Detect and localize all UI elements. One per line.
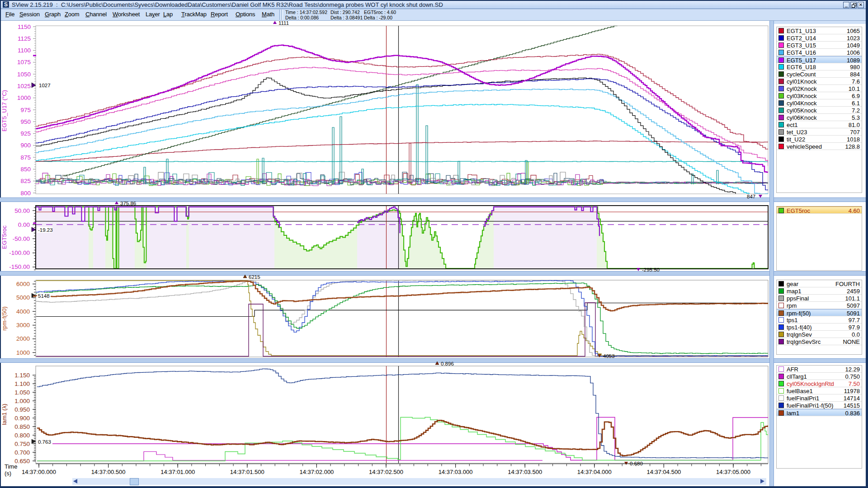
svg-text:4053: 4053: [603, 353, 615, 359]
svg-text:0.763: 0.763: [38, 439, 51, 445]
svg-text:Time: Time: [5, 463, 17, 470]
svg-text:825: 825: [20, 178, 31, 184]
svg-text:875: 875: [20, 154, 31, 161]
svg-text:14:37:00.000: 14:37:00.000: [22, 469, 56, 475]
svg-text:4000: 4000: [16, 308, 30, 315]
svg-text:1150: 1150: [18, 23, 31, 30]
svg-text:14:37:04.000: 14:37:04.000: [577, 469, 612, 475]
svg-text:900: 900: [20, 142, 31, 149]
svg-text:14:37:04.500: 14:37:04.500: [646, 469, 681, 475]
svg-text:375.86: 375.86: [120, 201, 136, 206]
svg-text:925: 925: [20, 130, 31, 137]
svg-text:2000: 2000: [16, 335, 30, 342]
svg-text:950: 950: [20, 118, 31, 125]
svg-text:6215: 6215: [249, 274, 260, 280]
svg-text:850: 850: [20, 166, 31, 173]
svg-text:14:37:00.500: 14:37:00.500: [91, 469, 126, 475]
svg-text:1100: 1100: [18, 47, 31, 54]
svg-text:1.150: 1.150: [14, 372, 30, 379]
svg-text:0.896: 0.896: [441, 361, 454, 366]
svg-text:rpm-f(50): rpm-f(50): [1, 306, 8, 330]
svg-text:0.00: 0.00: [18, 221, 30, 228]
svg-text:0.850: 0.850: [14, 423, 30, 430]
svg-text:EGT5roc: EGT5roc: [1, 225, 8, 249]
svg-text:1025: 1025: [17, 83, 31, 89]
svg-text:-150.00: -150.00: [9, 263, 30, 270]
svg-text:lam1 (λ): lam1 (λ): [1, 404, 8, 425]
svg-text:1125: 1125: [18, 35, 31, 42]
svg-text:975: 975: [20, 107, 31, 113]
svg-text:1075: 1075: [17, 59, 31, 66]
svg-text:6000: 6000: [16, 281, 30, 287]
svg-text:0.900: 0.900: [14, 415, 30, 422]
svg-text:14:37:03.500: 14:37:03.500: [508, 469, 542, 475]
svg-text:1000: 1000: [16, 349, 30, 356]
svg-text:-50.00: -50.00: [13, 235, 30, 242]
svg-text:(s): (s): [5, 470, 11, 477]
svg-text:0.950: 0.950: [14, 406, 30, 413]
svg-text:3000: 3000: [16, 322, 30, 328]
svg-text:1050: 1050: [17, 71, 31, 78]
svg-text:14:37:02.000: 14:37:02.000: [299, 469, 334, 475]
svg-text:0.700: 0.700: [14, 449, 30, 456]
svg-text:800: 800: [20, 190, 31, 197]
svg-text:-100.00: -100.00: [9, 249, 30, 256]
svg-text:1000: 1000: [17, 94, 31, 101]
svg-text:-19.23: -19.23: [38, 227, 53, 233]
svg-text:1027: 1027: [39, 83, 51, 88]
svg-text:1111: 1111: [278, 20, 289, 26]
svg-text:847: 847: [747, 194, 755, 199]
svg-text:50.00: 50.00: [14, 207, 30, 214]
svg-text:14:37:01.500: 14:37:01.500: [230, 469, 264, 475]
svg-text:1.100: 1.100: [14, 380, 30, 387]
svg-text:14:37:02.500: 14:37:02.500: [369, 469, 403, 475]
svg-text:0.800: 0.800: [14, 432, 30, 439]
svg-text:14:37:05.000: 14:37:05.000: [716, 469, 750, 475]
svg-text:0.750: 0.750: [14, 441, 30, 447]
svg-text:-295.50: -295.50: [642, 267, 660, 272]
svg-text:5148: 5148: [38, 293, 50, 299]
svg-text:1.050: 1.050: [14, 389, 30, 396]
svg-text:14:37:01.000: 14:37:01.000: [160, 469, 195, 475]
svg-text:EGT5_U17 (°C): EGT5_U17 (°C): [1, 90, 8, 131]
svg-text:14:37:03.000: 14:37:03.000: [439, 469, 473, 475]
svg-text:1.000: 1.000: [14, 398, 30, 404]
svg-text:5000: 5000: [16, 294, 30, 301]
